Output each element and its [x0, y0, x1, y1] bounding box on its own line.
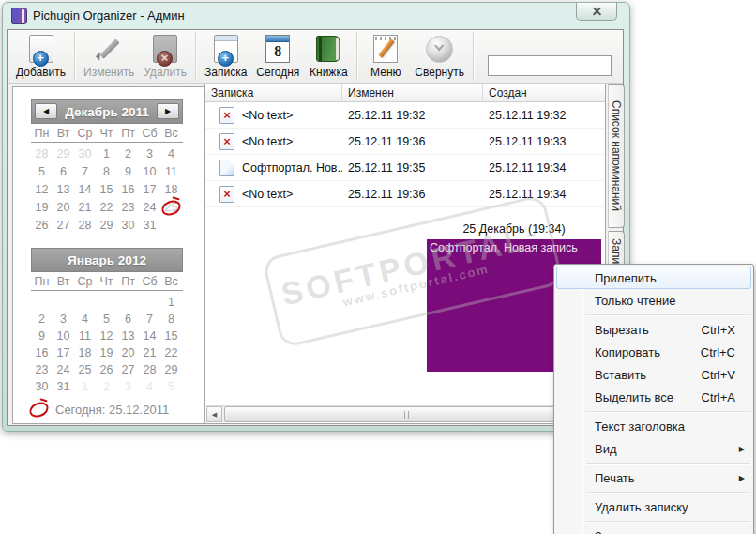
calendar-day[interactable]: 30	[74, 145, 96, 163]
calendar-day[interactable]: 14	[74, 181, 96, 199]
toolbar-button-book[interactable]: Книжка	[304, 30, 353, 83]
calendar-day[interactable]: 3	[53, 311, 74, 328]
scrollbar-thumb[interactable]	[224, 406, 586, 422]
table-row[interactable]: <No text>25.12.11 19:3625.12.11 19:33	[205, 129, 605, 155]
table-row[interactable]: Софтпортал. Нов...25.12.11 19:3525.12.11…	[205, 155, 605, 181]
calendar-day[interactable]: 19	[96, 344, 117, 361]
calendar-day[interactable]: 3	[117, 378, 139, 395]
calendar-day[interactable]: 22	[160, 344, 182, 361]
calendar-day[interactable]: 9	[31, 328, 53, 344]
calendar-day[interactable]: 18	[74, 344, 96, 361]
calendar-day[interactable]: 24	[139, 199, 160, 217]
calendar-day[interactable]: 25	[74, 361, 96, 378]
calendar-day[interactable]: 16	[31, 344, 53, 361]
calendar-day[interactable]: 5	[160, 378, 182, 395]
menu-item-вставить[interactable]: ВставитьCtrl+V	[556, 363, 751, 386]
calendar-day[interactable]: 24	[53, 361, 74, 378]
calendar-day[interactable]: 4	[74, 311, 96, 328]
column-header-modified[interactable]: Изменен	[342, 84, 483, 101]
menu-item-вид[interactable]: Вид▶	[556, 437, 751, 460]
calendar-day[interactable]: 2	[96, 378, 117, 395]
toolbar-button-note[interactable]: Записка	[200, 30, 251, 83]
calendar-day[interactable]: 7	[139, 311, 160, 328]
calendar-day[interactable]: 14	[139, 328, 160, 344]
calendar-day[interactable]: 1	[160, 294, 182, 311]
calendar-day[interactable]: 15	[96, 181, 117, 199]
calendar-day[interactable]: 16	[117, 181, 139, 199]
calendar-day[interactable]: 13	[53, 181, 74, 199]
calendar-day[interactable]: 19	[31, 199, 53, 217]
calendar-day[interactable]: 8	[160, 311, 182, 328]
calendar-day[interactable]: 11	[160, 163, 182, 181]
toolbar-button-menu[interactable]: Меню	[361, 30, 410, 83]
calendar-day[interactable]: 1	[74, 378, 96, 395]
calendar-day[interactable]: 10	[139, 163, 160, 181]
calendar-day[interactable]: 31	[139, 217, 160, 235]
calendar-day[interactable]: 12	[96, 328, 117, 344]
today-indicator[interactable]: Сегодня: 25.12.2011	[29, 403, 169, 417]
calendar-day[interactable]: 2	[31, 311, 53, 328]
calendar-day[interactable]: 12	[31, 181, 53, 199]
calendar-day[interactable]: 5	[96, 311, 117, 328]
calendar-day[interactable]: 30	[31, 378, 53, 395]
calendar-day[interactable]: 4	[139, 378, 160, 395]
calendar-day[interactable]: 26	[96, 361, 117, 378]
calendar-day[interactable]: 28	[139, 361, 160, 378]
calendar-day[interactable]: 11	[74, 328, 96, 344]
calendar-day[interactable]: 10	[53, 328, 74, 344]
calendar-day[interactable]: 13	[117, 328, 139, 344]
calendar-next-button[interactable]: ▶	[157, 103, 179, 119]
toolbar-button-add[interactable]: Добавить	[11, 30, 70, 83]
close-button[interactable]	[576, 3, 617, 21]
calendar-day[interactable]: 26	[31, 217, 53, 235]
calendar-day[interactable]: 29	[96, 217, 117, 235]
calendar-day[interactable]: 21	[139, 344, 160, 361]
menu-item-копировать[interactable]: КопироватьCtrl+C	[556, 341, 751, 363]
calendar-day[interactable]: 22	[96, 199, 117, 217]
calendar-day[interactable]: 8	[96, 163, 117, 181]
menu-item-только-чтение[interactable]: Только чтение	[556, 289, 751, 312]
calendar-day[interactable]: 15	[160, 328, 182, 344]
scroll-left-icon[interactable]: ◀	[206, 406, 222, 422]
calendar-day[interactable]: 4	[160, 145, 182, 163]
table-row[interactable]: <No text>25.12.11 19:3625.12.11 19:34	[205, 181, 605, 207]
calendar-day[interactable]: 9	[117, 163, 139, 181]
calendar-day[interactable]: 6	[117, 311, 139, 328]
calendar-day[interactable]: 29	[53, 145, 74, 163]
column-header-created[interactable]: Создан	[483, 84, 605, 101]
calendar-day[interactable]: 5	[31, 163, 53, 181]
toolbar-button-minimize[interactable]: Свернуть	[410, 30, 469, 83]
calendar-day[interactable]: 18	[160, 181, 182, 199]
menu-item-удалить-записку[interactable]: Удалить записку	[556, 496, 751, 518]
calendar-day[interactable]: 29	[160, 361, 182, 378]
title-bar[interactable]: Pichugin Organizer - Админ	[3, 3, 629, 28]
menu-item-прилепить[interactable]: Прилепить	[556, 267, 751, 289]
calendar-day[interactable]: 1	[96, 145, 117, 163]
calendar-day[interactable]: 21	[74, 199, 96, 217]
menu-item-текст-заголовка[interactable]: Текст заголовка	[556, 415, 751, 437]
calendar-day[interactable]: 3	[139, 145, 160, 163]
calendar-day[interactable]: 27	[117, 361, 139, 378]
menu-item-выделить-все[interactable]: Выделить всеCtrl+A	[556, 386, 751, 408]
calendar-prev-button[interactable]: ◀	[35, 103, 57, 119]
calendar-day[interactable]: 7	[74, 163, 96, 181]
column-header-note[interactable]: Записка	[205, 84, 342, 101]
calendar-day[interactable]: 31	[53, 378, 74, 395]
calendar-day[interactable]: 23	[31, 361, 53, 378]
toolbar-search-input[interactable]	[488, 55, 612, 76]
calendar-day[interactable]: 6	[53, 163, 74, 181]
calendar-day[interactable]: 28	[31, 145, 53, 163]
menu-item-закрыть[interactable]: Закрыть	[556, 525, 751, 534]
horizontal-scrollbar[interactable]: ◀ ▶	[206, 405, 604, 422]
calendar-day[interactable]: 27	[53, 217, 74, 235]
calendar-day[interactable]: 20	[117, 344, 139, 361]
menu-item-вырезать[interactable]: ВырезатьCtrl+X	[556, 318, 751, 341]
calendar-day[interactable]: 28	[74, 217, 96, 235]
calendar-day[interactable]: 17	[139, 181, 160, 199]
calendar-day-today[interactable]: 25	[160, 199, 182, 217]
calendar-day[interactable]: 30	[117, 217, 139, 235]
tab-reminder-list[interactable]: Список напоминаний	[608, 84, 625, 228]
calendar-day[interactable]: 20	[53, 199, 74, 217]
calendar-day[interactable]: 17	[53, 344, 74, 361]
table-row[interactable]: <No text>25.12.11 19:3225.12.11 19:32	[205, 102, 605, 129]
